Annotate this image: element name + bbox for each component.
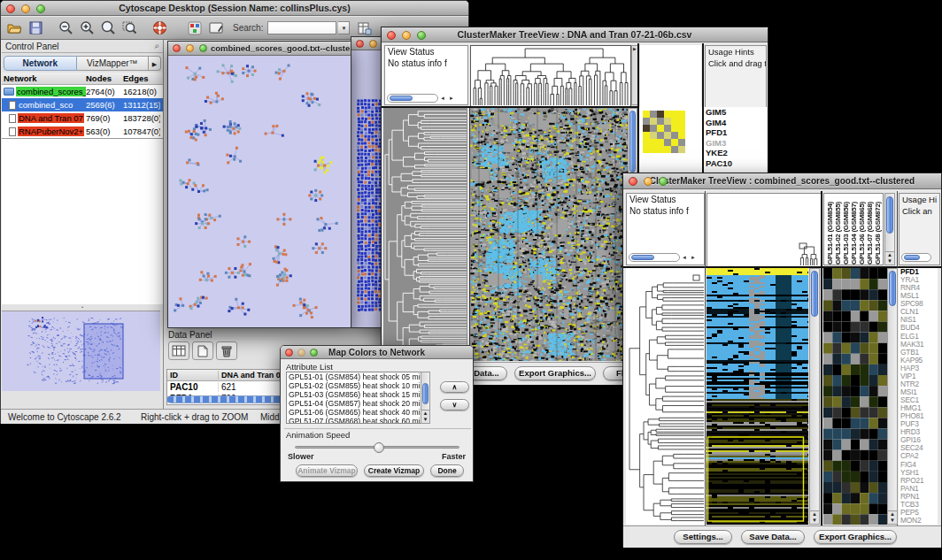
slower-label: Slower <box>288 452 314 461</box>
tv2-settings-button[interactable]: Settings... <box>674 530 732 544</box>
main-titlebar[interactable]: Cytoscape Desktop (Session Name: collins… <box>1 1 468 16</box>
faster-label: Faster <box>442 452 466 461</box>
close-button[interactable] <box>285 349 293 357</box>
close-button[interactable] <box>173 44 181 52</box>
network-window-1: combined_scores_good.txt--cluste... <box>167 41 351 328</box>
save-icon[interactable] <box>26 19 45 37</box>
minimize-button[interactable] <box>369 40 377 48</box>
tv2-gene-list: PFD1YRA1RNR4MSL1SPC98CLN1NIS1BUD4ELG1MAK… <box>899 268 938 525</box>
minimize-button[interactable] <box>402 31 411 40</box>
attribute-item[interactable]: GPL51-07 (GSM868) heat shock 60 min <box>287 417 429 424</box>
annotation-icon[interactable] <box>206 19 226 37</box>
network-row[interactable]: combined_sco2569(6)13112(15) <box>2 98 163 111</box>
tv2-save-data-button[interactable]: Save Data... <box>741 530 805 544</box>
gene-label: MON2 <box>899 517 938 525</box>
zoom-button[interactable] <box>199 44 207 52</box>
close-button[interactable] <box>356 40 364 48</box>
tv2-heatmap-scrollbar[interactable]: ▲▼ <box>809 268 820 525</box>
tab-overflow-arrow[interactable]: ▶ <box>149 56 161 71</box>
tv2-zoom-scrollbar[interactable]: ▲▼ <box>887 268 898 525</box>
column-label: GPL51-01 (GSM854) <box>826 194 834 265</box>
tv2-export-graphics-button[interactable]: Export Graphics... <box>814 530 897 544</box>
close-button[interactable] <box>387 31 396 40</box>
zoom-in-icon[interactable] <box>77 19 97 37</box>
zoom-selected-icon[interactable] <box>120 19 139 37</box>
create-vizmap-button[interactable]: Create Vizmap <box>364 464 424 477</box>
zoom-button[interactable] <box>310 349 318 357</box>
control-panel-title: Control Panel <box>5 42 59 51</box>
plugin-manager-icon[interactable] <box>185 19 205 37</box>
done-button[interactable]: Done <box>430 464 464 477</box>
document-icon <box>9 101 16 110</box>
tv2-column-dendrogram[interactable] <box>706 193 822 267</box>
network-row[interactable]: combined_scores_2764(0)16218(0) <box>2 85 163 98</box>
move-up-button[interactable]: ∧ <box>440 381 469 393</box>
help-lifering-icon[interactable] <box>150 19 169 37</box>
gene-label: GIM4 <box>704 118 767 128</box>
network-table-body: combined_scores_2764(0)16218(0)combined_… <box>2 85 163 139</box>
zoom-button[interactable] <box>659 177 668 186</box>
close-button[interactable] <box>6 4 15 13</box>
tv2-row-dendrogram[interactable] <box>626 268 705 525</box>
column-label: GPL51-02 (GSM855) <box>834 194 842 265</box>
search-dropdown-button[interactable]: ▼ <box>338 21 350 35</box>
table-import-icon[interactable] <box>355 19 374 37</box>
delete-attribute-icon[interactable] <box>216 341 237 360</box>
zoom-out-icon[interactable] <box>56 19 75 37</box>
tv2-usage-scrollbar[interactable] <box>901 252 931 262</box>
attribute-item[interactable]: GPL51-01 (GSM854) heat shock 05 min <box>287 372 429 381</box>
animation-speed-label: Animation Speed <box>286 430 350 440</box>
attribute-item[interactable]: GPL51-06 (GSM865) heat shock 40 min <box>287 408 429 417</box>
animate-vizmap-button[interactable]: Animate Vizmap <box>296 464 358 477</box>
column-label: GPL51-04 (GSM857) <box>850 194 858 265</box>
treeview-2-title: ClusterMaker TreeView : combined_scores_… <box>623 173 941 189</box>
minimize-button[interactable] <box>297 349 305 357</box>
gene-label: PAC10 <box>704 158 767 169</box>
attribute-item[interactable]: GPL51-04 (GSM857) heat shock 20 min <box>287 399 429 408</box>
tv1-similarity-matrix-canvas[interactable] <box>643 111 685 153</box>
open-file-icon[interactable] <box>4 19 24 37</box>
tv2-zoom-heatmap-canvas[interactable] <box>823 268 887 525</box>
document-icon <box>9 127 16 136</box>
tv1-status-scrollbar[interactable]: ◄► <box>387 93 456 103</box>
tv1-heatmap-canvas[interactable] <box>469 108 628 361</box>
attribute-list-scrollbar[interactable]: ▲▼ <box>421 372 430 424</box>
gene-label: YKE2 <box>704 148 767 158</box>
minimize-button[interactable] <box>21 4 30 13</box>
network-table-header: Network Nodes Edges <box>2 73 163 85</box>
tv2-status-scrollbar[interactable]: ◄► <box>629 252 698 262</box>
tv1-column-dendrogram[interactable] <box>470 45 631 107</box>
network-row[interactable]: DNA and Tran 07769(0)183728(0) <box>2 111 163 125</box>
panel-splitter[interactable]: • <box>2 304 163 311</box>
network-overview-canvas[interactable] <box>2 311 160 391</box>
status-welcome: Welcome to Cytoscape 2.6.2 <box>8 412 121 422</box>
network-row[interactable]: RNAPuberNov2+563(0)107847(0) <box>2 125 163 138</box>
gene-label: GIM3 <box>704 138 767 149</box>
search-input[interactable] <box>267 21 336 35</box>
new-attribute-icon[interactable] <box>192 341 213 360</box>
status-hint-zoom: Right-click + drag to ZOOM <box>141 412 248 422</box>
map-colors-dialog: Map Colors to Network Attribute List GPL… <box>280 345 474 482</box>
control-panel: Control Panel ⌕ Network VizMapper™ ▶ Net… <box>2 40 164 409</box>
attribute-listbox[interactable]: GPL51-01 (GSM854) heat shock 05 minGPL51… <box>286 372 430 424</box>
slider-thumb[interactable] <box>374 442 384 453</box>
zoom-button[interactable] <box>417 31 426 40</box>
attribute-item[interactable]: GPL51-02 (GSM855) heat shock 10 min <box>287 381 429 390</box>
zoom-fit-icon[interactable] <box>98 19 118 37</box>
tab-vizmapper[interactable]: VizMapper™ <box>77 56 150 71</box>
move-down-button[interactable]: ∨ <box>440 399 469 410</box>
close-button[interactable] <box>629 177 637 186</box>
zoom-button[interactable] <box>36 4 45 13</box>
animation-speed-slider[interactable] <box>295 446 459 449</box>
float-panel-icon[interactable]: ⌕ <box>154 41 159 51</box>
network-view-canvas-1[interactable] <box>168 56 351 327</box>
minimize-button[interactable] <box>644 177 652 186</box>
minimize-button[interactable] <box>186 44 194 52</box>
tv1-export-graphics-button[interactable]: Export Graphics... <box>514 366 596 380</box>
tab-network[interactable]: Network <box>4 56 77 71</box>
tv2-collabel-scrollbar[interactable]: ▲▼ <box>884 193 895 265</box>
attribute-select-icon[interactable] <box>168 341 189 360</box>
attribute-item[interactable]: GPL51-03 (GSM856) heat shock 15 min <box>287 390 429 399</box>
tv1-row-dendrogram[interactable] <box>383 108 467 361</box>
tv2-heatmap-canvas[interactable] <box>706 268 808 525</box>
